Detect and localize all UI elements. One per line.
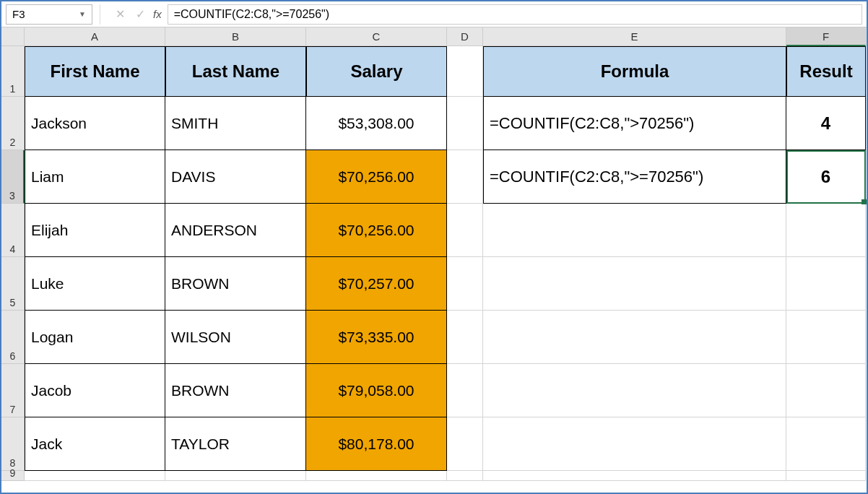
cell-D5[interactable]	[447, 257, 483, 311]
cell-B8[interactable]: TAYLOR	[165, 417, 306, 471]
name-box-value: F3	[12, 8, 25, 20]
col-header-B[interactable]: B	[165, 27, 306, 46]
row-header-2[interactable]: 2	[1, 97, 25, 150]
cell-F1[interactable]: Result	[786, 46, 866, 97]
row-header-6[interactable]: 6	[1, 311, 25, 364]
cell-A6[interactable]: Logan	[25, 311, 165, 364]
row-header-9[interactable]: 9	[1, 471, 25, 481]
cell-E9[interactable]	[483, 471, 786, 481]
formula-bar: F3 ▼ ✕ ✓ fx =COUNTIF(C2:C8,">=70256")	[1, 1, 867, 27]
formula-input[interactable]: =COUNTIF(C2:C8,">=70256")	[168, 4, 862, 25]
row-headers: 1 2 3 4 5 6 7 8 9	[1, 46, 25, 481]
cancel-icon[interactable]: ✕	[110, 4, 130, 25]
cell-F6[interactable]	[786, 311, 866, 364]
cell-D6[interactable]	[447, 311, 483, 364]
row-header-7[interactable]: 7	[1, 364, 25, 417]
cell-B9[interactable]	[165, 471, 306, 481]
cell-C9[interactable]	[306, 471, 447, 481]
row-9	[25, 471, 866, 481]
cell-B7[interactable]: BROWN	[165, 364, 306, 417]
row-header-4[interactable]: 4	[1, 204, 25, 257]
cell-A3[interactable]: Liam	[25, 150, 165, 204]
col-header-A[interactable]: A	[25, 27, 165, 46]
cell-B3[interactable]: DAVIS	[165, 150, 306, 204]
col-header-D[interactable]: D	[447, 27, 483, 46]
row-header-5[interactable]: 5	[1, 257, 25, 311]
row-7: Jacob BROWN $79,058.00	[25, 364, 866, 417]
cell-C7[interactable]: $79,058.00	[306, 364, 447, 417]
cell-B2[interactable]: SMITH	[165, 97, 306, 150]
cell-A5[interactable]: Luke	[25, 257, 165, 311]
cell-D2[interactable]	[447, 97, 483, 150]
cell-D9[interactable]	[447, 471, 483, 481]
cell-E6[interactable]	[483, 311, 786, 364]
cell-B1[interactable]: Last Name	[165, 46, 306, 97]
row-header-3[interactable]: 3	[1, 150, 25, 204]
cell-D1[interactable]	[447, 46, 483, 97]
name-box[interactable]: F3 ▼	[6, 4, 92, 25]
col-header-F[interactable]: F	[786, 27, 866, 46]
row-2: Jackson SMITH $53,308.00 =COUNTIF(C2:C8,…	[25, 97, 866, 150]
cell-F9[interactable]	[786, 471, 866, 481]
cell-F7[interactable]	[786, 364, 866, 417]
row-header-8[interactable]: 8	[1, 417, 25, 471]
col-header-E[interactable]: E	[483, 27, 786, 46]
cell-A4[interactable]: Elijah	[25, 204, 165, 257]
cell-C3[interactable]: $70,256.00	[306, 150, 447, 204]
cell-F2[interactable]: 4	[786, 97, 866, 150]
cell-A2[interactable]: Jackson	[25, 97, 165, 150]
cell-E7[interactable]	[483, 364, 786, 417]
cell-A7[interactable]: Jacob	[25, 364, 165, 417]
cell-B6[interactable]: WILSON	[165, 311, 306, 364]
spreadsheet: A B C D E F 1 2 3 4 5 6 7 8 9 First Name…	[1, 27, 867, 481]
cell-D8[interactable]	[447, 417, 483, 471]
row-4: Elijah ANDERSON $70,256.00	[25, 204, 866, 257]
cell-E8[interactable]	[483, 417, 786, 471]
cell-D3[interactable]	[447, 150, 483, 204]
separator	[100, 4, 107, 25]
cell-F5[interactable]	[786, 257, 866, 311]
fx-label[interactable]: fx	[153, 8, 162, 20]
cell-F3[interactable]: 6	[786, 150, 866, 204]
cell-C6[interactable]: $73,335.00	[306, 311, 447, 364]
cell-D4[interactable]	[447, 204, 483, 257]
dropdown-icon[interactable]: ▼	[79, 10, 86, 18]
cell-D7[interactable]	[447, 364, 483, 417]
col-header-C[interactable]: C	[306, 27, 447, 46]
cell-C1[interactable]: Salary	[306, 46, 447, 97]
cell-A9[interactable]	[25, 471, 165, 481]
row-6: Logan WILSON $73,335.00	[25, 311, 866, 364]
select-all-corner[interactable]	[1, 27, 25, 46]
formula-text: =COUNTIF(C2:C8,">=70256")	[174, 8, 329, 21]
cell-C5[interactable]: $70,257.00	[306, 257, 447, 311]
row-1: First Name Last Name Salary Formula Resu…	[25, 46, 866, 97]
cell-B5[interactable]: BROWN	[165, 257, 306, 311]
row-5: Luke BROWN $70,257.00	[25, 257, 866, 311]
cell-F3-value: 6	[821, 167, 830, 187]
row-header-1[interactable]: 1	[1, 46, 25, 97]
cell-E2[interactable]: =COUNTIF(C2:C8,">70256")	[483, 97, 786, 150]
cell-C2[interactable]: $53,308.00	[306, 97, 447, 150]
cell-C4[interactable]: $70,256.00	[306, 204, 447, 257]
cell-F4[interactable]	[786, 204, 866, 257]
column-headers: A B C D E F	[1, 27, 867, 46]
cells-area: First Name Last Name Salary Formula Resu…	[25, 46, 866, 481]
cell-E4[interactable]	[483, 204, 786, 257]
row-8: Jack TAYLOR $80,178.00	[25, 417, 866, 471]
enter-icon[interactable]: ✓	[130, 4, 150, 25]
cell-B4[interactable]: ANDERSON	[165, 204, 306, 257]
cell-E5[interactable]	[483, 257, 786, 311]
cell-E3[interactable]: =COUNTIF(C2:C8,">=70256")	[483, 150, 786, 204]
row-3: Liam DAVIS $70,256.00 =COUNTIF(C2:C8,">=…	[25, 150, 866, 204]
cell-A8[interactable]: Jack	[25, 417, 165, 471]
cell-E1[interactable]: Formula	[483, 46, 786, 97]
cell-F8[interactable]	[786, 417, 866, 471]
cell-C8[interactable]: $80,178.00	[306, 417, 447, 471]
cell-A1[interactable]: First Name	[25, 46, 165, 97]
